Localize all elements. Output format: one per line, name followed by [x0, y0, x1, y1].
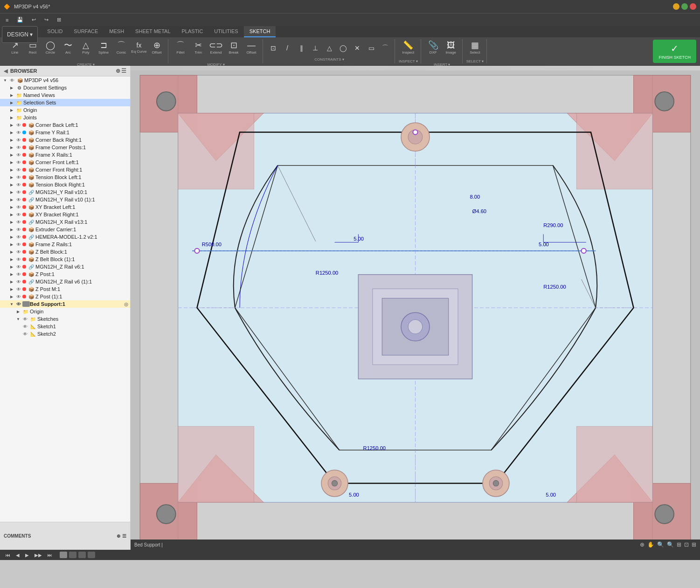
tree-item-origin-sub[interactable]: ▶ 📁 Origin	[0, 308, 130, 315]
nav-prev[interactable]: ◀	[14, 552, 21, 559]
mxr-eye[interactable]: 👁	[15, 220, 22, 225]
maximize-button[interactable]	[681, 3, 688, 10]
ec-arrow[interactable]: ▶	[8, 228, 15, 232]
minimize-button[interactable]	[673, 3, 679, 10]
tree-item-corner-front-right[interactable]: ▶ 👁 📦 Corner Front Right:1	[0, 166, 130, 173]
tree-item-mgn12h-y[interactable]: ▶ 👁 🔗 MGN12H_Y Rail v10:1	[0, 188, 130, 196]
nav-icon-zoom-fit[interactable]: 🔍	[667, 541, 674, 548]
tree-item-xy-bracket-right[interactable]: ▶ 👁 📦 XY Bracket Right:1	[0, 211, 130, 218]
nav-icon-home[interactable]: ⊕	[640, 541, 645, 548]
xbr-arrow[interactable]: ▶	[8, 213, 15, 217]
tool-extend[interactable]: ⊂⊃Extend	[208, 36, 224, 60]
tree-item-sketch2[interactable]: 👁 📐 Sketch2	[0, 330, 130, 338]
tree-item-tension-right[interactable]: ▶ 👁 📦 Tension Block Right:1	[0, 181, 130, 188]
myn10-arrow[interactable]: ▶	[8, 198, 15, 202]
cbl-eye[interactable]: 👁	[15, 123, 22, 128]
zp1-eye[interactable]: 👁	[15, 294, 22, 299]
menu-redo[interactable]: ↪	[41, 15, 52, 25]
bs-eye[interactable]: 👁	[15, 302, 22, 307]
tool-rectangle[interactable]: ▭Rect	[24, 36, 41, 60]
tree-root[interactable]: ▼ 👁 📦 MP3DP v4 v56	[0, 76, 130, 84]
xbl-arrow[interactable]: ▶	[8, 205, 15, 209]
nav-next[interactable]: ▶▶	[33, 552, 44, 559]
tool-insert-dxf[interactable]: 📎DXF	[425, 36, 442, 60]
fxr-arrow[interactable]: ▶	[8, 153, 15, 157]
fzr-eye[interactable]: 👁	[15, 242, 22, 247]
zb2-eye[interactable]: 👁	[15, 257, 22, 262]
bs-arrow[interactable]: ▼	[8, 302, 15, 306]
nav-play[interactable]: ▶	[23, 552, 31, 559]
tree-item-origin[interactable]: ▶ 📁 Origin	[0, 106, 130, 114]
tab-plastic[interactable]: PLASTIC	[176, 26, 209, 37]
fxr-eye[interactable]: 👁	[15, 152, 22, 158]
fcp-eye[interactable]: 👁	[15, 145, 22, 150]
constraint-perpendicular[interactable]: ⊥	[309, 42, 322, 55]
tool-insert-image[interactable]: 🖼Image	[443, 36, 459, 60]
constraint-coincident[interactable]: ⊡	[267, 42, 280, 55]
tool-arc[interactable]: 〜Arc	[60, 36, 76, 60]
fyr-arrow[interactable]: ▶	[8, 131, 15, 135]
close-button[interactable]	[690, 3, 696, 10]
tree-item-selection-sets[interactable]: ▶ 📁 Selection Sets	[0, 99, 130, 106]
tab-mesh[interactable]: MESH	[104, 26, 130, 37]
os-arrow[interactable]: ▶	[15, 310, 21, 314]
tab-surface[interactable]: SURFACE	[68, 26, 104, 37]
menu-save[interactable]: 💾	[13, 15, 27, 25]
sk-eye[interactable]: 👁	[21, 317, 29, 322]
nav-first[interactable]: ⏮	[4, 552, 12, 559]
myn-arrow[interactable]: ▶	[8, 190, 15, 194]
tree-item-z-post-1[interactable]: ▶ 👁 📦 Z Post (1):1	[0, 293, 130, 300]
tree-item-corner-back-right[interactable]: ▶ 👁 📦 Corner Back Right:1	[0, 136, 130, 144]
hem-arrow[interactable]: ▶	[8, 235, 15, 239]
tree-item-z-post[interactable]: ▶ 👁 📦 Z Post:1	[0, 270, 130, 278]
ec-eye[interactable]: 👁	[15, 227, 22, 232]
myn-eye[interactable]: 👁	[15, 190, 22, 195]
sk1-eye[interactable]: 👁	[21, 324, 29, 329]
tbr-arrow[interactable]: ▶	[8, 183, 15, 187]
tool-offset-plane[interactable]: ⊕Offset	[148, 36, 165, 60]
browser-settings-icon[interactable]: ☰	[121, 68, 126, 74]
tree-item-hemera[interactable]: ▶ 👁 🔗 HEMERA-MODEL-1.2 v2:1	[0, 233, 130, 241]
xbr-eye[interactable]: 👁	[15, 212, 22, 217]
tree-item-mgn12h-z6[interactable]: ▶ 👁 🔗 MGN12H_Z Rail v6:1	[0, 263, 130, 270]
zb2-arrow[interactable]: ▶	[8, 257, 15, 262]
menu-undo[interactable]: ↩	[28, 15, 40, 25]
sk-arrow[interactable]: ▼	[15, 317, 21, 321]
tool-spline[interactable]: ⊐Spline	[95, 36, 112, 60]
nav-icon-zoom[interactable]: 🔍	[657, 541, 664, 548]
myn10-eye[interactable]: 👁	[15, 197, 22, 202]
tool-fillet[interactable]: ⌒Fillet	[172, 36, 189, 60]
zp-arrow[interactable]: ▶	[8, 272, 15, 277]
browser-action-icon[interactable]: ⊕	[116, 68, 120, 74]
tree-item-mgn12h-z6-1[interactable]: ▶ 👁 🔗 MGN12H_Z Rail v6 (1):1	[0, 278, 130, 285]
cbl-arrow[interactable]: ▶	[8, 123, 15, 127]
cfl-eye[interactable]: 👁	[15, 160, 22, 165]
menu-grid[interactable]: ⊞	[53, 15, 65, 25]
tree-item-xy-bracket-left[interactable]: ▶ 👁 📦 XY Bracket Left:1	[0, 203, 130, 211]
fyr-eye[interactable]: 👁	[15, 130, 22, 135]
tool-break[interactable]: ⊡Break	[225, 36, 242, 60]
tree-item-mgn12h-x[interactable]: ▶ 👁 🔗 MGN12H_X Rail v13:1	[0, 218, 130, 226]
root-eye[interactable]: 👁	[8, 78, 16, 83]
nav-icon-pan[interactable]: ✋	[647, 541, 654, 548]
mzv6-eye[interactable]: 👁	[15, 264, 22, 270]
tbl-eye[interactable]: 👁	[15, 175, 22, 180]
nav-icon-display[interactable]: ⊞	[692, 541, 696, 548]
root-arrow[interactable]: ▼	[2, 78, 8, 83]
joints-arrow[interactable]: ▶	[8, 116, 15, 120]
selection-sets-arrow[interactable]: ▶	[8, 101, 15, 105]
tool-polygon[interactable]: △Poly	[77, 36, 94, 60]
origin-arrow[interactable]: ▶	[8, 108, 15, 112]
canvas-area[interactable]: R1250.00 R1250.00 R290.00 R1250.00 5.00 …	[131, 66, 700, 550]
sk2-eye[interactable]: 👁	[21, 332, 29, 337]
sketch-viewport[interactable]: R1250.00 R1250.00 R290.00 R1250.00 5.00 …	[131, 66, 700, 550]
cfl-arrow[interactable]: ▶	[8, 160, 15, 165]
constraint-symmetric[interactable]: ⌒	[379, 42, 392, 55]
constraint-vertical[interactable]: ◯	[337, 42, 350, 55]
constraint-parallel[interactable]: ∥	[295, 42, 308, 55]
tree-item-frame-x-rails[interactable]: ▶ 👁 📦 Frame X Rails:1	[0, 151, 130, 159]
mzv6-arrow[interactable]: ▶	[8, 265, 15, 269]
nav-thumb4[interactable]	[88, 552, 95, 558]
nav-thumb2[interactable]	[69, 552, 76, 558]
nav-last[interactable]: ⏭	[46, 552, 54, 559]
